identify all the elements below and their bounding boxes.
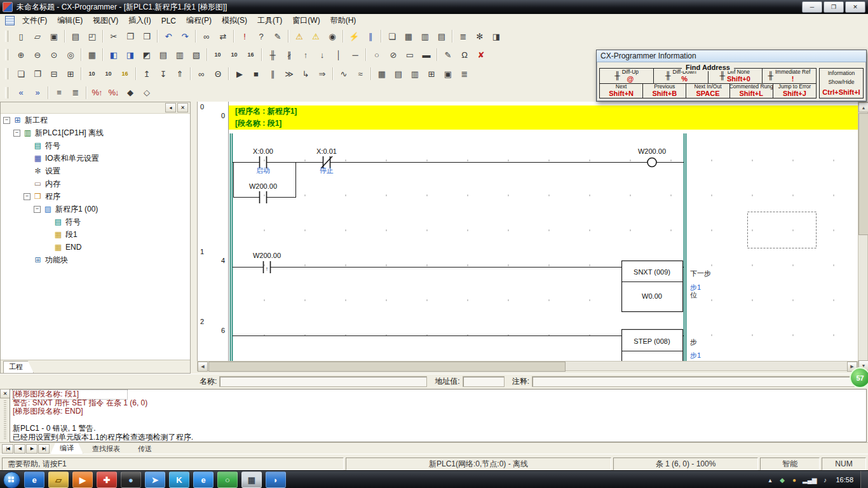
toggle-symbol-bar-icon[interactable]: ▧ (188, 47, 204, 63)
zoom-out-icon[interactable]: ⊖ (29, 47, 45, 63)
help-icon[interactable]: ? (253, 29, 269, 44)
indent-right-icon[interactable]: » (29, 85, 45, 100)
go-previous-rung-icon[interactable]: ↥ (139, 66, 154, 82)
immediate-ref-cell[interactable]: ╫Immediate Ref! (763, 69, 816, 83)
tree-node-function-blocks[interactable]: ⊞功能块 (1, 254, 190, 266)
options-icon[interactable]: ✻ (471, 29, 487, 44)
menu-item-5[interactable]: PLC (156, 15, 181, 27)
monitor-decimal-icon[interactable]: 10 (210, 47, 226, 63)
pause-monitor-icon[interactable]: ∥ (362, 29, 378, 44)
data-trace-icon[interactable]: ∿ (336, 66, 351, 82)
watch-window-icon[interactable]: ▥ (417, 29, 433, 44)
diff-mark-solid-icon[interactable]: ◆ (122, 85, 138, 100)
paste-icon[interactable]: ❒ (139, 29, 154, 44)
cx-programmer-information-window[interactable]: CX-Programmer Information Find Address ╫… (596, 50, 867, 102)
tree-expand-toggle[interactable]: − (24, 193, 31, 200)
close-project-tree-button[interactable]: ✕ (177, 103, 188, 112)
menu-item-7[interactable]: 模拟(S) (217, 14, 252, 27)
tab-project[interactable]: 工程 (3, 361, 34, 373)
address-16-icon[interactable]: 16 (117, 66, 133, 82)
green-browser-icon[interactable]: ○ (217, 471, 238, 488)
tree-node-symbols[interactable]: ▤符号 (1, 139, 190, 152)
menu-item-8[interactable]: 工具(T) (252, 14, 287, 27)
menu-item-10[interactable]: 帮助(H) (325, 14, 362, 27)
tree-node-program1[interactable]: −▨新程序1 (00) (1, 203, 190, 215)
plc-memory-view-icon[interactable]: ▣ (440, 66, 456, 82)
music-app-icon[interactable]: K (169, 471, 189, 488)
tree-node-plc[interactable]: −▥新PLC1[CP1H] 离线 (1, 126, 190, 139)
tree-node-program1-symbols[interactable]: ▤符号 (1, 215, 190, 228)
show-desktop-button[interactable] (860, 471, 868, 488)
menu-item-4[interactable]: 插入(I) (123, 14, 156, 27)
program-check-icon[interactable]: ⚠ (308, 29, 323, 44)
messenger-icon[interactable]: ◗ (266, 471, 286, 488)
horizontal-scroll-thumb[interactable] (208, 362, 566, 372)
new-instruction-icon[interactable]: ▭ (402, 47, 417, 63)
tree-node-end[interactable]: ▦END (1, 241, 190, 254)
onscreen-keyboard-icon[interactable]: ▦ (241, 471, 262, 488)
output-coil[interactable] (648, 158, 656, 167)
tree-expand-toggle[interactable]: − (13, 130, 20, 137)
end-instruction-icon[interactable]: Ω (456, 47, 472, 63)
output-nav-2-button[interactable]: ◀ (14, 444, 25, 454)
output-nav-3-button[interactable]: ▶ (26, 444, 37, 454)
start-button[interactable] (3, 471, 20, 488)
tree-node-section1[interactable]: ▦段1 (1, 228, 190, 241)
tree-node-io-table[interactable]: ▦IO表和单元设置 (1, 152, 190, 165)
show-rung-list-icon[interactable]: ≡ (51, 85, 67, 100)
tree-expand-toggle[interactable]: − (34, 206, 41, 213)
step-instruction-box[interactable] (622, 330, 683, 362)
cascade-windows-icon[interactable]: ❐ (29, 66, 45, 82)
save-project-icon[interactable]: ▣ (46, 29, 62, 44)
comment-field[interactable] (532, 376, 863, 387)
panel-splitter[interactable] (191, 102, 197, 374)
scroll-up-button[interactable]: ▲ (858, 102, 868, 112)
redo-icon[interactable]: ↷ (177, 29, 193, 44)
output-tab-1[interactable]: 编译 (50, 443, 83, 454)
indent-left-icon[interactable]: « (13, 85, 29, 100)
new-document-icon[interactable]: ▯ (13, 29, 29, 44)
diff-up-cell[interactable]: ╫Diff-Up@ (600, 69, 654, 83)
mail-app-icon[interactable]: ➤ (145, 471, 165, 488)
dock-project-tree-button[interactable]: ◂ (165, 103, 176, 112)
address-reference-icon[interactable]: ▦ (400, 29, 416, 44)
tray-shield-icon[interactable]: ◆ (778, 477, 786, 484)
tree-expand-toggle[interactable]: − (3, 117, 10, 124)
address-10b-icon[interactable]: 10 (100, 66, 116, 82)
properties-icon[interactable]: ≣ (455, 29, 471, 44)
rung-comment-icon[interactable]: ✎ (440, 47, 456, 63)
settings-view-icon[interactable]: ⊞ (423, 66, 439, 82)
output-nav-4-button[interactable]: ▶| (38, 444, 50, 454)
whats-this-help-icon[interactable]: ✎ (269, 29, 285, 44)
new-closed-coil-icon[interactable]: ⊘ (385, 47, 401, 63)
diff-percent-up-icon[interactable]: %↑ (89, 85, 105, 100)
ladder-canvas[interactable]: X:0.00 启动 X:0.01 停止 W200.00 W200.00 W200… (228, 102, 858, 361)
window-layout-icon[interactable]: ◨ (488, 29, 504, 44)
inverse-instruction-icon[interactable]: ▬ (418, 47, 434, 63)
menu-item-2[interactable]: 编辑(E) (52, 14, 88, 27)
ladder-diagram[interactable]: [程序名 : 新程序1] [段名称 : 段1] 001426 (197, 102, 858, 361)
cut-icon[interactable]: ✂ (105, 29, 121, 44)
tray-volume-icon[interactable]: ♪ (821, 477, 829, 484)
next-cell[interactable]: NextShift+N (600, 84, 643, 98)
commented-rung-cell[interactable]: Commented RungShift+L (730, 84, 773, 98)
tree-node-workspace[interactable]: −⊞新工程 (1, 114, 190, 126)
compile-check-icon[interactable]: ⚠ (291, 29, 307, 44)
horizontal-scrollbar[interactable]: ◀ ▶ (197, 361, 858, 371)
diff-mark-hollow-icon[interactable]: ◇ (139, 85, 154, 100)
tree-node-memory[interactable]: ▭内存 (1, 177, 190, 190)
find-icon[interactable]: ∞ (198, 29, 214, 44)
address-field[interactable] (463, 376, 505, 387)
security-app-icon[interactable]: ✚ (97, 471, 117, 488)
internet-explorer-icon[interactable]: e (193, 471, 214, 488)
diff-percent-down-icon[interactable]: %↓ (105, 85, 121, 100)
work-online-icon[interactable]: ⚡ (346, 29, 362, 44)
compile-program-icon[interactable]: ! (236, 29, 252, 44)
new-coil-icon[interactable]: ○ (369, 47, 384, 63)
media-player-icon[interactable]: ▶ (72, 471, 93, 488)
output-tab-3[interactable]: 传送 (129, 444, 161, 454)
menu-item-9[interactable]: 窗口(W) (287, 14, 325, 27)
tile-horizontal-icon[interactable]: ⊟ (46, 66, 62, 82)
new-window-icon[interactable]: ❏ (13, 66, 29, 82)
zoom-fit-icon[interactable]: ◎ (62, 47, 78, 63)
